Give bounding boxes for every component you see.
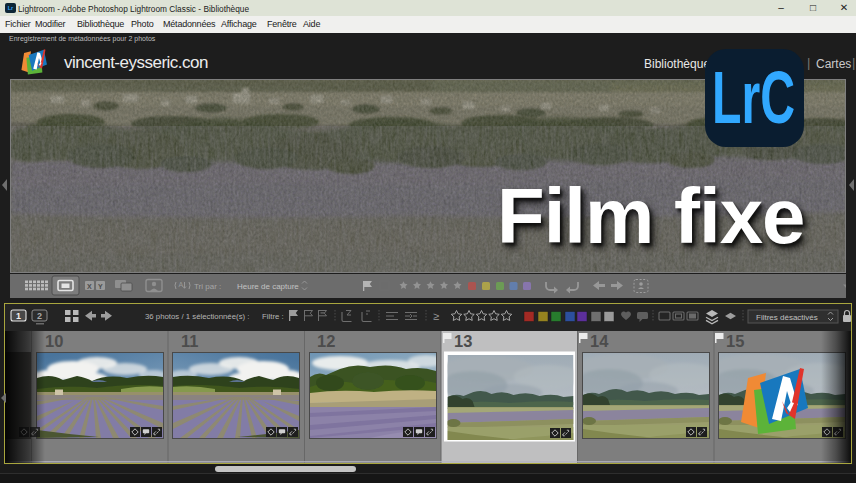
svg-text:2: 2 <box>37 311 42 321</box>
svg-text:Heure de capture: Heure de capture <box>237 282 299 291</box>
svg-text:≥: ≥ <box>433 310 439 322</box>
svg-text:15: 15 <box>726 332 744 350</box>
svg-text:X: X <box>87 283 92 290</box>
svg-text:Y: Y <box>98 283 103 290</box>
svg-text:1: 1 <box>16 311 21 321</box>
svg-text:LrC: LrC <box>712 55 795 139</box>
svg-text:Filtre :: Filtre : <box>262 312 284 321</box>
svg-text:A: A <box>179 281 184 288</box>
svg-text:10: 10 <box>45 332 63 350</box>
svg-text:13: 13 <box>454 332 472 350</box>
svg-text:11: 11 <box>181 332 198 350</box>
svg-text:Filtres désactivés: Filtres désactivés <box>756 313 818 322</box>
svg-text:Tri par :: Tri par : <box>194 282 221 291</box>
svg-text:36 photos / 1 sélectionnée(s): 36 photos / 1 sélectionnée(s) : <box>145 312 249 321</box>
svg-text:14: 14 <box>590 332 609 350</box>
svg-text:12: 12 <box>317 332 335 350</box>
